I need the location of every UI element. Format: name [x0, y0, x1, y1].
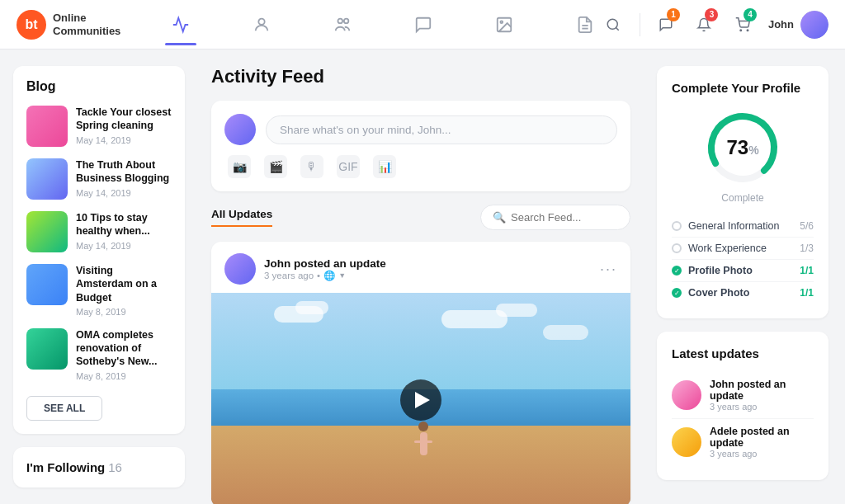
feed-controls: All Updates 🔍	[211, 205, 630, 230]
main-nav	[165, 12, 601, 37]
profile-item-0: General Information 5/6	[672, 215, 814, 238]
donut-number: 73	[726, 136, 748, 158]
play-button[interactable]	[400, 379, 441, 421]
latest-updates-card: Latest updates John posted an update 3 y…	[657, 332, 828, 480]
profile-dot-0	[672, 221, 682, 231]
profile-item-1: Work Experience 1/3	[672, 238, 814, 260]
blog-item-3[interactable]: Visiting Amsterdam on a Budget May 8, 20…	[26, 264, 172, 317]
user-name-label: John	[768, 18, 794, 31]
compose-icons: 📷 🎬 🎙 GIF 📊	[224, 155, 617, 178]
logo-icon[interactable]: bt	[17, 10, 46, 40]
profile-completion-card: Complete Your Profile 73% Complete Gene	[657, 66, 828, 318]
dot-separator: •	[317, 271, 320, 280]
latest-info-0: John posted an update 3 years ago	[710, 379, 814, 412]
nav-profile[interactable]	[246, 12, 277, 37]
play-triangle-icon	[415, 392, 430, 408]
blog-item-title-0: Tackle Your closest Spring cleaning	[76, 106, 172, 133]
compose-box: Share what's on your mind, John... 📷 🎬 🎙…	[211, 101, 630, 191]
search-button[interactable]	[601, 10, 626, 40]
gif-icon[interactable]: GIF	[337, 155, 360, 178]
video-icon[interactable]: 🎬	[264, 155, 287, 178]
latest-avatar-0	[672, 380, 701, 410]
progress-donut: 73% Complete	[672, 106, 814, 204]
user-menu[interactable]: John	[768, 11, 828, 39]
blog-item-title-4: OMA completes renovation of Sotheby's Ne…	[76, 328, 172, 369]
blog-item-2[interactable]: 10 Tips to stay healthy when... May 14, …	[26, 211, 172, 252]
blog-section: Blog Tackle Your closest Spring cleaning…	[13, 66, 185, 434]
compose-top: Share what's on your mind, John...	[224, 114, 617, 145]
svg-point-4	[500, 21, 503, 23]
blog-info-2: 10 Tips to stay healthy when... May 14, …	[76, 211, 172, 251]
compose-input[interactable]: Share what's on your mind, John...	[266, 115, 617, 144]
blog-item-4[interactable]: OMA completes renovation of Sotheby's Ne…	[26, 328, 172, 381]
blog-item-date-1: May 14, 2019	[76, 188, 172, 198]
globe-icon: 🌐	[323, 270, 335, 281]
blog-info-1: The Truth About Business Blogging May 14…	[76, 158, 172, 198]
search-feed-input[interactable]	[511, 211, 618, 224]
following-label: I'm Following	[26, 460, 105, 474]
feed-tab-all[interactable]: All Updates	[211, 208, 272, 227]
post-media	[211, 293, 630, 504]
latest-name-0: John posted an update	[710, 379, 814, 402]
dropdown-icon: ▼	[338, 271, 346, 280]
blog-item-1[interactable]: The Truth About Business Blogging May 14…	[26, 158, 172, 200]
audio-icon[interactable]: 🎙	[300, 155, 323, 178]
post-user-info: John posted an update 3 years ago • 🌐 ▼	[224, 253, 386, 285]
nav-docs[interactable]	[569, 12, 601, 37]
post-options-button[interactable]: ···	[600, 261, 617, 278]
profile-item-label-2: Profile Photo	[688, 265, 753, 276]
donut-symbol: %	[748, 144, 758, 157]
post-username: John posted an update	[264, 257, 386, 270]
profile-item-left-0: General Information	[672, 220, 779, 232]
photo-icon[interactable]: 📷	[228, 155, 251, 178]
blog-thumb-1	[26, 158, 68, 200]
latest-info-1: Adele posted an update 3 years ago	[710, 426, 814, 459]
donut-percent: 73%	[726, 136, 758, 159]
messages-badge: 1	[667, 8, 680, 21]
beach-figure	[414, 422, 432, 443]
profile-completion-title: Complete Your Profile	[672, 81, 814, 95]
profile-item-score-0: 5/6	[800, 220, 814, 232]
feed-title: Activity Feed	[211, 66, 630, 87]
cloud-2	[295, 301, 328, 314]
latest-avatar-1	[672, 427, 701, 457]
profile-item-score-2: 1/1	[800, 265, 814, 276]
latest-updates-title: Latest updates	[672, 346, 814, 360]
blog-thumb-0	[26, 106, 68, 147]
profile-item-score-3: 1/1	[800, 287, 814, 299]
latest-item-1[interactable]: Adele posted an update 3 years ago	[672, 419, 814, 465]
post-avatar	[224, 253, 256, 285]
blog-item-title-2: 10 Tips to stay healthy when...	[76, 211, 172, 238]
svg-point-10	[747, 30, 748, 31]
messages-button[interactable]: 1	[653, 10, 678, 40]
post-meta: 3 years ago • 🌐 ▼	[264, 270, 386, 281]
profile-dot-2: ✓	[672, 266, 682, 276]
post-header: John posted an update 3 years ago • 🌐 ▼ …	[211, 242, 630, 293]
latest-time-0: 3 years ago	[710, 402, 814, 412]
nav-gallery[interactable]	[489, 12, 520, 37]
nav-activity[interactable]	[165, 12, 196, 37]
notifications-badge: 3	[705, 8, 718, 21]
chart-icon[interactable]: 📊	[373, 155, 396, 178]
see-all-button[interactable]: SEE ALL	[26, 396, 102, 421]
notifications-button[interactable]: 3	[692, 10, 717, 40]
cart-button[interactable]: 4	[729, 10, 755, 40]
blog-thumb-4	[26, 328, 68, 370]
profile-item-score-1: 1/3	[800, 243, 814, 254]
blog-item-date-0: May 14, 2019	[76, 135, 172, 145]
cloud-4	[496, 304, 537, 317]
nav-messages[interactable]	[408, 12, 439, 37]
search-feed-box[interactable]: 🔍	[480, 205, 630, 230]
main-feed: Activity Feed Share what's on your mind,…	[198, 49, 644, 504]
profile-item-left-2: ✓ Profile Photo	[672, 265, 753, 276]
profile-item-label-1: Work Experience	[688, 243, 767, 254]
latest-item-0[interactable]: John posted an update 3 years ago	[672, 372, 814, 419]
donut-wrapper: 73%	[701, 106, 784, 189]
blog-item-0[interactable]: Tackle Your closest Spring cleaning May …	[26, 106, 172, 147]
svg-line-8	[616, 27, 619, 30]
svg-point-0	[258, 18, 264, 24]
profile-item-left-3: ✓ Cover Photo	[672, 287, 749, 299]
post-card: John posted an update 3 years ago • 🌐 ▼ …	[211, 242, 630, 504]
nav-members[interactable]	[327, 12, 358, 37]
following-count: 16	[108, 460, 122, 474]
